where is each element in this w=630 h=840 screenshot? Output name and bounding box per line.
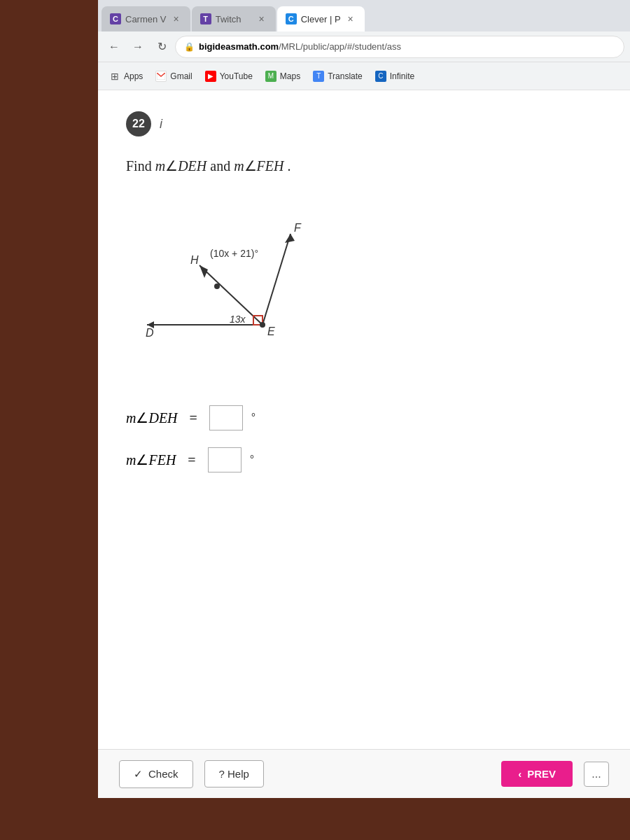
svg-line-2 [262,234,290,325]
answer-section: m∠DEH = ° m∠FEH = ° [126,405,602,472]
main-content: 22 i Find m∠DEH and m∠FEH . [98,90,630,749]
label-F: F [294,222,302,234]
question-number-badge: 22 [126,111,151,136]
help-button[interactable]: ? Help [204,760,264,788]
question-text: Find m∠DEH and m∠FEH . [126,158,602,174]
prev-chevron-icon: ‹ [518,768,522,780]
tab-close-twitch[interactable]: × [256,12,267,26]
answer-input-feh[interactable] [208,447,241,472]
info-icon[interactable]: i [160,117,162,132]
more-button[interactable]: ... [584,762,609,787]
prev-button-label: PREV [527,768,556,780]
tab-icon-carmenV: C [110,13,121,24]
bookmark-infinite[interactable]: C Infinite [370,68,420,85]
bookmark-youtube[interactable]: ▶ YouTube [200,68,258,85]
tab-close-carmenV[interactable]: × [171,12,182,26]
back-button[interactable]: ← [104,36,125,57]
bookmark-apps[interactable]: ⊞ Apps [104,68,148,85]
geometry-diagram: F H E D (10x + 21)° 13x [140,195,336,377]
address-path: /MRL/public/app/#/student/ass [279,41,401,52]
bookmark-apps-label: Apps [124,71,143,81]
forward-icon: → [132,41,144,53]
degree-deh: ° [251,412,255,424]
bookmark-maps-label: Maps [280,71,300,81]
check-button-label: Check [148,768,178,780]
tab-label-clever: Clever | P [301,14,341,24]
infinite-icon: C [375,71,386,82]
address-text: bigideasmath.com/MRL/public/app/#/studen… [199,41,401,52]
tab-bar: C Carmen V × T Twitch × C Clever | P × [98,0,630,31]
svg-marker-3 [285,234,295,243]
tab-clever[interactable]: C Clever | P × [277,6,365,31]
tab-icon-twitch: T [200,13,211,24]
label-H: H [190,254,199,266]
angle-label-top: (10x + 21)° [210,248,258,259]
translate-icon: T [313,71,324,82]
browser-window: C Carmen V × T Twitch × C Clever | P × ←… [98,0,630,798]
bottom-bar: ✓ Check ? Help ‹ PREV ... [98,749,630,798]
tab-carmenV[interactable]: C Carmen V × [102,6,190,31]
bookmark-gmail[interactable]: Gmail [150,68,197,85]
svg-marker-5 [200,265,208,278]
question-header: 22 i [126,111,602,136]
help-button-label: ? Help [219,768,249,780]
diagram-svg: F H E D (10x + 21)° 13x [140,195,336,377]
label-E: E [267,326,275,337]
tab-twitch[interactable]: T Twitch × [192,6,276,31]
bookmark-translate-label: Translate [328,71,363,81]
bookmark-maps[interactable]: M Maps [260,68,306,85]
address-domain: bigideasmath.com [199,41,279,52]
equals-feh: = [184,452,199,468]
tab-label-twitch: Twitch [216,14,241,24]
forward-button[interactable]: → [127,36,148,57]
angle-label-bottom: 13x [230,314,246,325]
check-button[interactable]: ✓ Check [119,760,193,788]
apps-grid-icon: ⊞ [109,71,120,82]
answer-label-deh: m∠DEH [126,410,178,426]
check-checkmark-icon: ✓ [134,768,143,780]
equals-deh: = [186,410,201,426]
bookmarks-bar: ⊞ Apps Gmail ▶ YouTube M Maps T Translat… [98,62,630,90]
bookmark-translate[interactable]: T Translate [307,68,368,85]
prev-button[interactable]: ‹ PREV [501,761,573,787]
bookmark-infinite-label: Infinite [390,71,414,81]
gmail-icon [155,71,167,82]
youtube-icon: ▶ [205,71,216,82]
answer-row-deh: m∠DEH = ° [126,405,602,430]
svg-point-7 [260,322,265,328]
bookmark-youtube-label: YouTube [220,71,253,81]
label-D: D [146,327,154,339]
refresh-button[interactable]: ↻ [151,36,172,57]
address-bar[interactable]: 🔒 bigideasmath.com/MRL/public/app/#/stud… [175,36,624,58]
lock-icon: 🔒 [184,42,195,52]
maps-icon: M [265,71,276,82]
degree-feh: ° [250,454,254,466]
answer-input-deh[interactable] [209,405,243,430]
answer-label-feh: m∠FEH [126,451,176,468]
tab-label-carmenV: Carmen V [125,14,167,24]
svg-point-8 [214,284,220,289]
bookmark-gmail-label: Gmail [170,71,192,81]
tab-icon-clever: C [286,13,297,24]
nav-bar: ← → ↻ 🔒 bigideasmath.com/MRL/public/app/… [98,31,630,62]
more-dots-icon: ... [592,768,601,780]
refresh-icon: ↻ [158,40,167,53]
answer-row-feh: m∠FEH = ° [126,447,602,472]
tab-close-clever[interactable]: × [345,12,356,26]
back-icon: ← [108,41,120,53]
